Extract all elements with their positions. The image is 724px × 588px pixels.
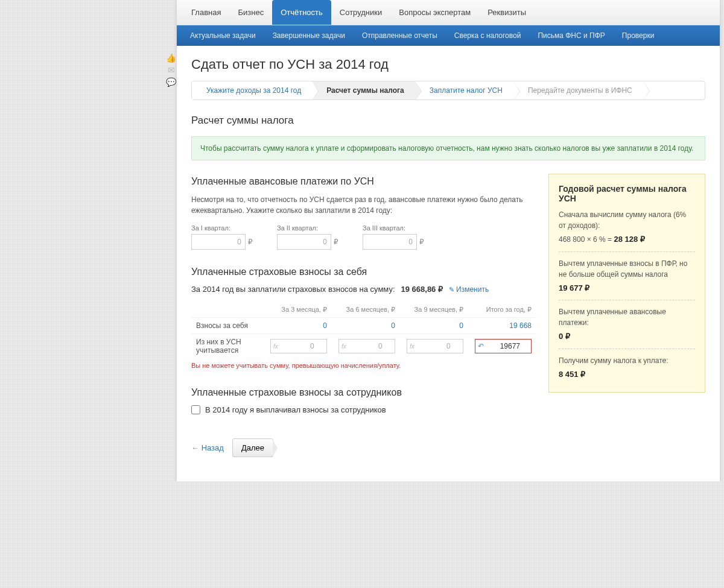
sidebar-val3: 0 ₽ — [559, 332, 570, 341]
row1-v1[interactable]: 0 — [264, 318, 332, 334]
chat-icon[interactable]: 💬 — [166, 77, 176, 87]
subnav-sent[interactable]: Отправленные отчеты — [355, 31, 445, 40]
mail-icon[interactable]: ✉ — [168, 65, 175, 75]
fx-cell-6m[interactable]: fx — [338, 339, 395, 353]
fx-icon: fx — [407, 343, 417, 350]
sidebar-val4: 8 451 ₽ — [559, 370, 585, 379]
col-9m: За 9 месяцев, ₽ — [400, 302, 468, 318]
change-link[interactable]: Изменить — [449, 285, 489, 294]
nav-main[interactable]: Главная — [183, 0, 229, 25]
subnav-actual[interactable]: Актуальные задачи — [183, 31, 263, 40]
q3-input[interactable] — [363, 234, 417, 250]
paid-line: За 2014 год вы заплатили страховых взнос… — [191, 285, 536, 294]
row1-v3[interactable]: 0 — [400, 318, 468, 334]
q2-label: За II квартал: — [277, 224, 338, 232]
calc-sidebar: Годовой расчет суммы налога УСН Сначала … — [548, 174, 705, 393]
employees-heading: Уплаченные страховые взносы за сотрудник… — [191, 387, 536, 398]
nav-experts[interactable]: Вопросы экспертам — [390, 0, 479, 25]
fx-icon: fx — [339, 343, 349, 350]
subnav-reconcile[interactable]: Сверка с налоговой — [447, 31, 529, 40]
top-nav: Главная Бизнес Отчётность Сотрудники Воп… — [177, 0, 720, 25]
nav-business[interactable]: Бизнес — [229, 0, 272, 25]
fx-cell-9m[interactable]: fx — [407, 339, 463, 353]
step-send[interactable]: Передайте документы в ИФНС — [513, 81, 643, 100]
content: Сдать отчет по УСН за 2014 год Укажите д… — [177, 46, 720, 481]
sidebar-title: Годовой расчет суммы налога УСН — [559, 184, 695, 203]
error-text: Вы не можете учитывать сумму, превышающу… — [191, 362, 536, 369]
subnav-done[interactable]: Завершенные задачи — [265, 31, 352, 40]
fx-icon: fx — [271, 343, 281, 350]
nav-reporting[interactable]: Отчётность — [272, 0, 331, 25]
ruble-icon: ₽ — [248, 238, 253, 246]
nav-employees[interactable]: Сотрудники — [331, 0, 390, 25]
sidebar-formula-result: 28 128 ₽ — [614, 235, 644, 244]
sub-nav: Актуальные задачи Завершенные задачи Отп… — [177, 25, 720, 46]
col-6m: За 6 месяцев, ₽ — [332, 302, 400, 318]
sidebar-val2: 19 677 ₽ — [559, 283, 589, 292]
row1-label: Взносы за себя — [191, 318, 264, 334]
insurance-heading: Уплаченные страховые взносы за себя — [191, 267, 536, 277]
next-button[interactable]: Далее — [232, 438, 273, 457]
table-row: Из них в УСН учитывается fx fx fx ↶ — [191, 334, 536, 359]
employees-checkbox[interactable] — [191, 405, 200, 414]
q2-input[interactable] — [277, 234, 331, 250]
back-link[interactable]: Назад — [191, 443, 224, 452]
sidebar-line4: Получим сумму налога к уплате: — [559, 355, 695, 366]
col-3m: За 3 месяца, ₽ — [264, 302, 332, 318]
fx-cell-year[interactable]: ↶ — [475, 339, 532, 353]
step-pay[interactable]: Заплатите налог УСН — [415, 81, 513, 100]
row1-v2[interactable]: 0 — [332, 318, 400, 334]
info-banner: Чтобы рассчитать сумму налога к уплате и… — [191, 136, 705, 160]
row1-v4[interactable]: 19 668 — [468, 318, 536, 334]
app-frame: Главная Бизнес Отчётность Сотрудники Воп… — [177, 0, 720, 481]
page-title: Сдать отчет по УСН за 2014 год — [191, 57, 705, 72]
thumbs-up-icon[interactable]: 👍 — [166, 53, 176, 63]
employees-checkbox-label: В 2014 году я выплачивал взносы за сотру… — [205, 405, 386, 414]
table-row: Взносы за себя 0 0 0 19 668 — [191, 318, 536, 334]
sidebar-line3: Вычтем уплаченные авансовые платежи: — [559, 306, 695, 328]
subnav-checks[interactable]: Проверки — [615, 31, 662, 40]
subnav-letters[interactable]: Письма ФНС и ПФР — [530, 31, 612, 40]
section-heading: Расчет суммы налога — [191, 115, 705, 127]
q3-label: За III квартал: — [363, 224, 424, 232]
fx-cell-3m[interactable]: fx — [270, 339, 327, 353]
paid-amount: 19 668,86 ₽ — [401, 285, 443, 294]
wizard-steps: Укажите доходы за 2014 год Расчет суммы … — [191, 81, 705, 100]
contrib-table: За 3 месяца, ₽ За 6 месяцев, ₽ За 9 меся… — [191, 302, 536, 358]
quarter-row: За I квартал: ₽ За II квартал: ₽ — [191, 224, 536, 250]
nav-details[interactable]: Реквизиты — [479, 0, 535, 25]
step-income[interactable]: Укажите доходы за 2014 год — [192, 81, 312, 100]
q1-input[interactable] — [191, 234, 246, 250]
sidebar-formula: 468 800 × 6 % = — [559, 235, 614, 244]
sidebar-line1: Сначала вычислим сумму налога (6% от дох… — [559, 209, 695, 231]
q1-label: За I квартал: — [191, 224, 253, 232]
advance-hint: Несмотря на то, что отчетность по УСН сд… — [191, 194, 536, 216]
col-blank — [191, 302, 264, 318]
advance-heading: Уплаченные авансовые платежи по УСН — [191, 176, 536, 187]
ruble-icon: ₽ — [334, 238, 338, 246]
step-calc[interactable]: Расчет суммы налога — [312, 81, 415, 100]
revert-icon[interactable]: ↶ — [475, 342, 486, 350]
ruble-icon: ₽ — [419, 238, 424, 246]
paid-prefix: За 2014 год вы заплатили страховых взнос… — [191, 285, 395, 294]
row2-label: Из них в УСН учитывается — [191, 334, 264, 359]
sidebar-line2: Вычтем уплаченные взносы в ПФР, но не бо… — [559, 258, 695, 280]
col-year: Итого за год, ₽ — [468, 302, 536, 318]
